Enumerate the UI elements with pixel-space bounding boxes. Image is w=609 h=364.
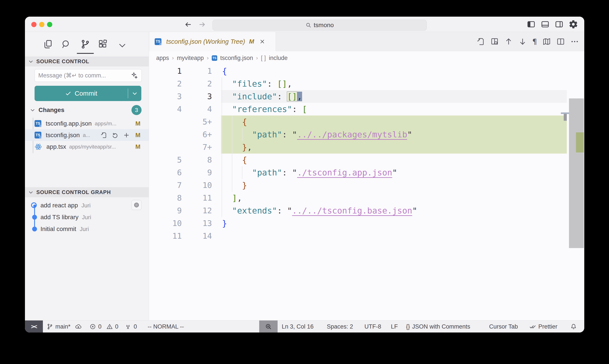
chevron-down-icon bbox=[30, 107, 35, 113]
commit-message-input[interactable]: Message (⌘↵ to comm... bbox=[35, 69, 142, 82]
code-line[interactable]: 44 "references": [ bbox=[149, 103, 584, 116]
indentation-indicator[interactable]: Spaces: 2 bbox=[327, 321, 353, 333]
open-file-icon[interactable] bbox=[100, 132, 107, 139]
cursor-position-indicator[interactable]: Ln 3, Col 16 bbox=[282, 321, 314, 333]
whitespace-pilcrow-icon[interactable]: ¶ bbox=[532, 37, 537, 46]
source-control-section-header[interactable]: SOURCE CONTROL bbox=[25, 56, 149, 66]
line-number-old: 10 bbox=[149, 217, 182, 230]
git-branch-icon bbox=[47, 323, 53, 330]
tab-modified-badge: M bbox=[249, 38, 254, 45]
map-icon[interactable] bbox=[542, 37, 551, 46]
file-row[interactable]: app.tsx apps/myviteapp/sr... M bbox=[25, 141, 149, 153]
more-views-chevron-icon[interactable] bbox=[117, 41, 128, 51]
previous-change-arrow-up-icon[interactable] bbox=[504, 37, 513, 46]
code-line[interactable]: 33 "include": [], bbox=[149, 90, 584, 103]
forward-icon[interactable] bbox=[198, 21, 206, 28]
code-text: "path": "../../packages/mytslib" bbox=[221, 128, 567, 141]
code-line[interactable]: 11{ bbox=[149, 65, 584, 78]
settings-gear-icon[interactable] bbox=[569, 19, 578, 29]
code-line[interactable]: 912 "extends": "../../tsconfig.base.json… bbox=[149, 204, 584, 217]
split-editor-icon[interactable] bbox=[556, 37, 565, 46]
source-control-icon[interactable] bbox=[80, 39, 91, 50]
modified-status-badge: M bbox=[135, 143, 141, 150]
command-center-search[interactable]: tsmono bbox=[212, 20, 427, 31]
activity-bar bbox=[25, 32, 149, 56]
commit-button[interactable]: Commit bbox=[35, 86, 141, 101]
changes-header[interactable]: Changes 3 bbox=[25, 104, 149, 116]
commit-row[interactable]: Initial commit Juri bbox=[25, 223, 149, 235]
search-icon bbox=[305, 22, 311, 28]
code-line[interactable]: 1114 bbox=[149, 230, 584, 242]
commit-dot bbox=[32, 215, 37, 220]
discard-changes-icon[interactable] bbox=[112, 132, 118, 139]
typescript-file-icon: TS bbox=[35, 120, 41, 127]
errors-warnings-indicator[interactable]: 0 0 bbox=[90, 321, 118, 333]
code-line[interactable]: 22 "files": [], bbox=[149, 78, 584, 90]
code-text: "files": [], bbox=[221, 78, 567, 90]
bracket-match-box: [] bbox=[287, 92, 297, 101]
breadcrumb-item[interactable]: include bbox=[269, 55, 288, 62]
search-sidebar-icon[interactable] bbox=[61, 39, 71, 50]
zoom-indicator[interactable] bbox=[259, 321, 278, 333]
close-window-button[interactable] bbox=[31, 22, 37, 27]
code-line[interactable]: 69 "path": "./tsconfig.app.json" bbox=[149, 166, 584, 179]
commit-row[interactable]: add TS library Juri bbox=[25, 211, 149, 223]
line-number-new: 4 bbox=[182, 103, 212, 116]
file-name: tsconfig.app.json bbox=[46, 120, 92, 127]
formatter-indicator[interactable]: Prettier bbox=[529, 321, 557, 333]
file-row[interactable]: TS tsconfig.json a... M bbox=[25, 129, 149, 141]
stage-changes-plus-icon[interactable] bbox=[123, 132, 130, 139]
back-icon[interactable] bbox=[184, 21, 192, 28]
inline-view-toggle-icon[interactable] bbox=[490, 37, 499, 46]
branch-indicator[interactable]: main* bbox=[47, 321, 70, 333]
sparkle-icon[interactable] bbox=[130, 72, 138, 79]
code-line[interactable]: 58 { bbox=[149, 154, 584, 166]
explorer-icon[interactable] bbox=[43, 39, 53, 50]
next-change-arrow-down-icon[interactable] bbox=[518, 37, 527, 46]
language-mode-indicator[interactable]: {} JSON with Comments bbox=[406, 321, 470, 333]
commit-graph-list: add react app Juri add TS library Juri I… bbox=[25, 199, 149, 235]
zoom-window-button[interactable] bbox=[47, 22, 52, 27]
notifications-bell-icon[interactable] bbox=[570, 321, 577, 333]
commit-row[interactable]: add react app Juri bbox=[25, 199, 149, 211]
toggle-panel-icon[interactable] bbox=[541, 20, 550, 29]
tab-tsconfig-working-tree[interactable]: TS tsconfig.json (Working Tree) M bbox=[149, 32, 276, 51]
file-path: a... bbox=[83, 132, 90, 138]
toggle-secondary-sidebar-icon[interactable] bbox=[555, 20, 564, 29]
remote-indicator-icon[interactable]: >< bbox=[25, 321, 43, 333]
extensions-icon[interactable] bbox=[98, 39, 108, 50]
minimize-window-button[interactable] bbox=[39, 22, 44, 27]
breadcrumb-item[interactable]: tsconfig.json bbox=[220, 55, 253, 62]
vim-mode-indicator[interactable]: -- NORMAL -- bbox=[148, 321, 184, 333]
more-actions-ellipsis-icon[interactable] bbox=[570, 37, 579, 46]
open-changes-file-icon[interactable] bbox=[476, 37, 485, 46]
goto-ref-target-icon[interactable] bbox=[131, 200, 142, 210]
code-line[interactable]: 811 ], bbox=[149, 192, 584, 204]
line-number-new: 10 bbox=[182, 179, 212, 192]
breadcrumb[interactable]: apps › myviteapp › TS tsconfig.json › [ … bbox=[149, 51, 584, 65]
breadcrumb-item[interactable]: myviteapp bbox=[177, 55, 204, 62]
sync-changes-icon[interactable] bbox=[75, 321, 82, 333]
line-number-old: 9 bbox=[149, 204, 182, 217]
warning-icon bbox=[106, 323, 113, 330]
eol-indicator[interactable]: LF bbox=[391, 321, 398, 333]
code-line[interactable]: 6+ "path": "../../packages/mytslib" bbox=[149, 128, 584, 141]
commit-dropdown-chevron-icon[interactable] bbox=[128, 90, 141, 96]
code-line[interactable]: 7+ }, bbox=[149, 141, 584, 154]
braces-icon: {} bbox=[406, 323, 410, 330]
encoding-indicator[interactable]: UTF-8 bbox=[364, 321, 381, 333]
source-control-graph-header[interactable]: SOURCE CONTROL GRAPH bbox=[25, 187, 149, 197]
breadcrumb-item[interactable]: apps bbox=[156, 55, 169, 62]
toggle-sidebar-icon[interactable] bbox=[527, 20, 536, 29]
commit-message: Initial commit bbox=[40, 225, 76, 233]
code-line[interactable]: 710 } bbox=[149, 179, 584, 192]
ports-indicator[interactable]: 0 bbox=[124, 321, 137, 333]
code-line[interactable]: 5+ { bbox=[149, 116, 584, 128]
cursor-tab-indicator[interactable]: Cursor Tab bbox=[489, 321, 518, 333]
scrollbar-thumb[interactable] bbox=[569, 98, 584, 248]
close-tab-icon[interactable] bbox=[259, 38, 266, 45]
code-line[interactable]: 1013} bbox=[149, 217, 584, 230]
file-row[interactable]: TS tsconfig.app.json apps/m... M bbox=[25, 118, 149, 129]
editor-area: TS tsconfig.json (Working Tree) M bbox=[149, 32, 584, 320]
code-text: "extends": "../../tsconfig.base.json" bbox=[221, 204, 567, 217]
